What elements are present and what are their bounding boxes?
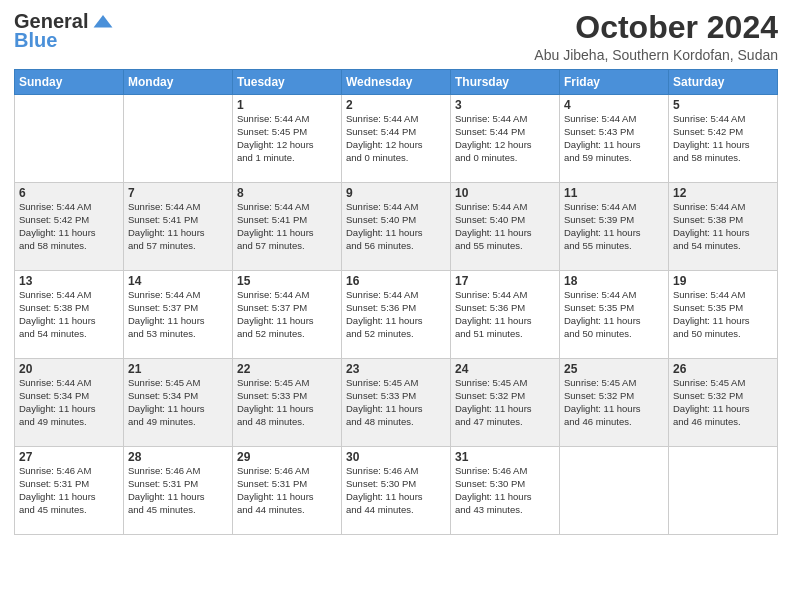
day-number: 10 <box>455 186 555 200</box>
day-number: 30 <box>346 450 446 464</box>
day-info: Sunrise: 5:44 AM Sunset: 5:44 PM Dayligh… <box>346 113 446 164</box>
day-number: 6 <box>19 186 119 200</box>
day-number: 22 <box>237 362 337 376</box>
calendar-cell <box>669 447 778 535</box>
calendar-day-header: Tuesday <box>233 70 342 95</box>
day-info: Sunrise: 5:46 AM Sunset: 5:31 PM Dayligh… <box>19 465 119 516</box>
day-number: 1 <box>237 98 337 112</box>
day-info: Sunrise: 5:44 AM Sunset: 5:37 PM Dayligh… <box>237 289 337 340</box>
day-info: Sunrise: 5:44 AM Sunset: 5:39 PM Dayligh… <box>564 201 664 252</box>
calendar-cell: 8Sunrise: 5:44 AM Sunset: 5:41 PM Daylig… <box>233 183 342 271</box>
day-number: 16 <box>346 274 446 288</box>
day-number: 26 <box>673 362 773 376</box>
calendar-cell: 31Sunrise: 5:46 AM Sunset: 5:30 PM Dayli… <box>451 447 560 535</box>
day-info: Sunrise: 5:45 AM Sunset: 5:32 PM Dayligh… <box>564 377 664 428</box>
day-info: Sunrise: 5:44 AM Sunset: 5:34 PM Dayligh… <box>19 377 119 428</box>
header: General Blue October 2024 Abu Jibeha, So… <box>14 10 778 63</box>
svg-marker-0 <box>94 14 113 27</box>
day-info: Sunrise: 5:44 AM Sunset: 5:40 PM Dayligh… <box>346 201 446 252</box>
day-info: Sunrise: 5:45 AM Sunset: 5:32 PM Dayligh… <box>673 377 773 428</box>
day-number: 3 <box>455 98 555 112</box>
day-info: Sunrise: 5:44 AM Sunset: 5:45 PM Dayligh… <box>237 113 337 164</box>
calendar-day-header: Saturday <box>669 70 778 95</box>
calendar-header-row: SundayMondayTuesdayWednesdayThursdayFrid… <box>15 70 778 95</box>
day-number: 18 <box>564 274 664 288</box>
day-info: Sunrise: 5:44 AM Sunset: 5:35 PM Dayligh… <box>673 289 773 340</box>
calendar: SundayMondayTuesdayWednesdayThursdayFrid… <box>14 69 778 535</box>
calendar-cell: 9Sunrise: 5:44 AM Sunset: 5:40 PM Daylig… <box>342 183 451 271</box>
day-info: Sunrise: 5:45 AM Sunset: 5:32 PM Dayligh… <box>455 377 555 428</box>
day-number: 25 <box>564 362 664 376</box>
calendar-cell: 17Sunrise: 5:44 AM Sunset: 5:36 PM Dayli… <box>451 271 560 359</box>
calendar-cell <box>124 95 233 183</box>
calendar-cell: 3Sunrise: 5:44 AM Sunset: 5:44 PM Daylig… <box>451 95 560 183</box>
calendar-cell: 20Sunrise: 5:44 AM Sunset: 5:34 PM Dayli… <box>15 359 124 447</box>
calendar-cell: 30Sunrise: 5:46 AM Sunset: 5:30 PM Dayli… <box>342 447 451 535</box>
calendar-cell: 28Sunrise: 5:46 AM Sunset: 5:31 PM Dayli… <box>124 447 233 535</box>
calendar-cell: 10Sunrise: 5:44 AM Sunset: 5:40 PM Dayli… <box>451 183 560 271</box>
day-info: Sunrise: 5:44 AM Sunset: 5:36 PM Dayligh… <box>455 289 555 340</box>
day-info: Sunrise: 5:45 AM Sunset: 5:34 PM Dayligh… <box>128 377 228 428</box>
day-number: 8 <box>237 186 337 200</box>
calendar-cell: 5Sunrise: 5:44 AM Sunset: 5:42 PM Daylig… <box>669 95 778 183</box>
day-info: Sunrise: 5:44 AM Sunset: 5:41 PM Dayligh… <box>237 201 337 252</box>
day-info: Sunrise: 5:44 AM Sunset: 5:38 PM Dayligh… <box>673 201 773 252</box>
calendar-cell: 23Sunrise: 5:45 AM Sunset: 5:33 PM Dayli… <box>342 359 451 447</box>
location: Abu Jibeha, Southern Kordofan, Sudan <box>534 47 778 63</box>
logo-blue-text: Blue <box>14 29 57 52</box>
day-number: 15 <box>237 274 337 288</box>
day-number: 4 <box>564 98 664 112</box>
calendar-cell: 16Sunrise: 5:44 AM Sunset: 5:36 PM Dayli… <box>342 271 451 359</box>
day-number: 29 <box>237 450 337 464</box>
calendar-cell: 6Sunrise: 5:44 AM Sunset: 5:42 PM Daylig… <box>15 183 124 271</box>
day-info: Sunrise: 5:44 AM Sunset: 5:37 PM Dayligh… <box>128 289 228 340</box>
calendar-cell <box>15 95 124 183</box>
calendar-cell: 25Sunrise: 5:45 AM Sunset: 5:32 PM Dayli… <box>560 359 669 447</box>
day-number: 31 <box>455 450 555 464</box>
calendar-cell: 11Sunrise: 5:44 AM Sunset: 5:39 PM Dayli… <box>560 183 669 271</box>
day-number: 7 <box>128 186 228 200</box>
day-info: Sunrise: 5:44 AM Sunset: 5:40 PM Dayligh… <box>455 201 555 252</box>
calendar-week-row: 6Sunrise: 5:44 AM Sunset: 5:42 PM Daylig… <box>15 183 778 271</box>
calendar-day-header: Thursday <box>451 70 560 95</box>
calendar-week-row: 20Sunrise: 5:44 AM Sunset: 5:34 PM Dayli… <box>15 359 778 447</box>
calendar-day-header: Wednesday <box>342 70 451 95</box>
calendar-cell: 12Sunrise: 5:44 AM Sunset: 5:38 PM Dayli… <box>669 183 778 271</box>
calendar-cell <box>560 447 669 535</box>
day-info: Sunrise: 5:44 AM Sunset: 5:44 PM Dayligh… <box>455 113 555 164</box>
day-number: 28 <box>128 450 228 464</box>
calendar-cell: 7Sunrise: 5:44 AM Sunset: 5:41 PM Daylig… <box>124 183 233 271</box>
day-info: Sunrise: 5:46 AM Sunset: 5:30 PM Dayligh… <box>455 465 555 516</box>
day-info: Sunrise: 5:45 AM Sunset: 5:33 PM Dayligh… <box>237 377 337 428</box>
day-number: 21 <box>128 362 228 376</box>
calendar-week-row: 27Sunrise: 5:46 AM Sunset: 5:31 PM Dayli… <box>15 447 778 535</box>
day-number: 20 <box>19 362 119 376</box>
day-info: Sunrise: 5:44 AM Sunset: 5:35 PM Dayligh… <box>564 289 664 340</box>
calendar-week-row: 13Sunrise: 5:44 AM Sunset: 5:38 PM Dayli… <box>15 271 778 359</box>
calendar-cell: 19Sunrise: 5:44 AM Sunset: 5:35 PM Dayli… <box>669 271 778 359</box>
calendar-day-header: Monday <box>124 70 233 95</box>
calendar-day-header: Sunday <box>15 70 124 95</box>
calendar-cell: 24Sunrise: 5:45 AM Sunset: 5:32 PM Dayli… <box>451 359 560 447</box>
page: General Blue October 2024 Abu Jibeha, So… <box>0 0 792 612</box>
day-number: 11 <box>564 186 664 200</box>
day-number: 5 <box>673 98 773 112</box>
calendar-cell: 4Sunrise: 5:44 AM Sunset: 5:43 PM Daylig… <box>560 95 669 183</box>
day-number: 19 <box>673 274 773 288</box>
day-number: 17 <box>455 274 555 288</box>
logo: General Blue <box>14 10 114 52</box>
calendar-cell: 26Sunrise: 5:45 AM Sunset: 5:32 PM Dayli… <box>669 359 778 447</box>
month-title: October 2024 <box>534 10 778 45</box>
day-info: Sunrise: 5:44 AM Sunset: 5:42 PM Dayligh… <box>19 201 119 252</box>
day-number: 14 <box>128 274 228 288</box>
calendar-cell: 15Sunrise: 5:44 AM Sunset: 5:37 PM Dayli… <box>233 271 342 359</box>
day-info: Sunrise: 5:44 AM Sunset: 5:41 PM Dayligh… <box>128 201 228 252</box>
calendar-day-header: Friday <box>560 70 669 95</box>
day-number: 9 <box>346 186 446 200</box>
title-section: October 2024 Abu Jibeha, Southern Kordof… <box>534 10 778 63</box>
day-info: Sunrise: 5:45 AM Sunset: 5:33 PM Dayligh… <box>346 377 446 428</box>
calendar-cell: 1Sunrise: 5:44 AM Sunset: 5:45 PM Daylig… <box>233 95 342 183</box>
day-info: Sunrise: 5:44 AM Sunset: 5:38 PM Dayligh… <box>19 289 119 340</box>
day-number: 24 <box>455 362 555 376</box>
day-info: Sunrise: 5:44 AM Sunset: 5:36 PM Dayligh… <box>346 289 446 340</box>
